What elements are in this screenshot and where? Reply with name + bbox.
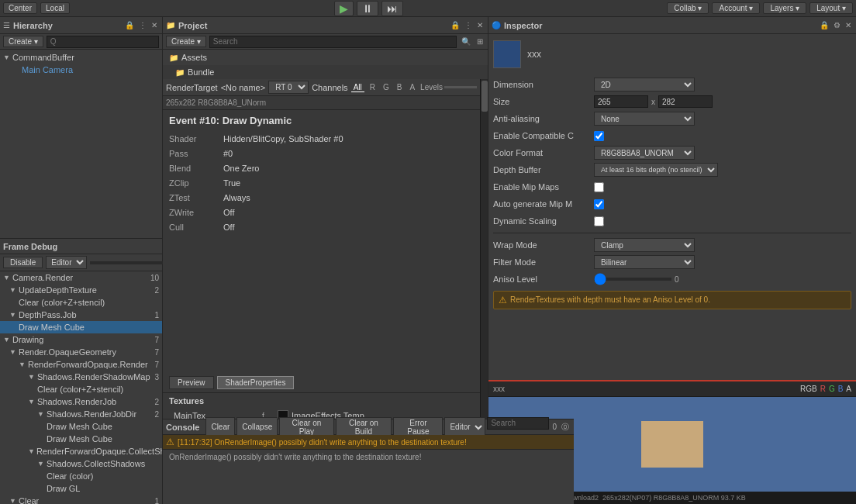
tree-item-opaque-geo[interactable]: ▼ Render.OpaqueGeometry 7: [0, 346, 162, 358]
dimension-select[interactable]: 2D: [594, 78, 695, 91]
console-error-pause-button[interactable]: Error Pause: [393, 417, 443, 437]
layout-button[interactable]: Layout ▾: [809, 2, 853, 14]
console-message-row[interactable]: ⚠ [11:17:32] OnRenderImage() possibly di…: [163, 435, 574, 450]
local-button[interactable]: Local: [40, 2, 70, 14]
console-count: 0: [552, 423, 557, 431]
project-close-button[interactable]: ✕: [475, 21, 485, 29]
left-panel: ☰ Hierarchy 🔒 ⋮ ✕ Create ▾ ▼ CommandBuff…: [0, 17, 163, 504]
rt-select[interactable]: RT 0: [268, 81, 309, 94]
tree-item-depthpass[interactable]: ▼ DepthPass.Job 1: [0, 309, 162, 321]
tree-item-maincamera[interactable]: Main Camera: [0, 64, 162, 76]
editor-select[interactable]: Editor: [46, 256, 87, 269]
channels-label: Channels: [312, 83, 347, 92]
tree-item-drawcube3[interactable]: Draw Mesh Cube: [0, 433, 162, 445]
tree-item-drawmeshcube1[interactable]: Draw Mesh Cube: [0, 321, 162, 333]
play-button[interactable]: ▶: [334, 1, 354, 16]
ch-g-button[interactable]: G: [381, 83, 392, 91]
anti-aliasing-select[interactable]: None: [594, 112, 695, 126]
wrap-mode-select[interactable]: Clamp: [594, 238, 695, 252]
tree-item-collect-shadows2[interactable]: ▼ Shadows.CollectShadows: [0, 457, 162, 470]
disable-button[interactable]: Disable: [3, 257, 43, 268]
enable-compat-checkbox[interactable]: [594, 131, 604, 141]
ch-all-button[interactable]: All: [351, 83, 364, 92]
filter-mode-select[interactable]: Bilinear: [594, 255, 695, 269]
ch-b-button[interactable]: B: [395, 83, 405, 91]
tree-label: RenderForwardOpaque.Render: [28, 360, 148, 369]
ch-a-button[interactable]: A: [407, 83, 417, 91]
inspector-close-button[interactable]: ✕: [844, 21, 853, 29]
console-collapse-button[interactable]: Collapse: [236, 417, 278, 437]
preview-tab[interactable]: Preview: [169, 376, 214, 389]
color-format-label: Color Format: [493, 148, 594, 157]
hierarchy-menu-button[interactable]: ⋮: [137, 21, 148, 29]
inspector-lock-button[interactable]: 🔒: [818, 21, 830, 29]
project-lock-button[interactable]: 🔒: [449, 21, 461, 29]
console-message-text: [11:17:32] OnRenderImage() possibly didn…: [178, 438, 467, 447]
enable-compat-label: Enable Compatible C: [493, 131, 594, 140]
tree-item-clear3[interactable]: ▼ Clear 1: [0, 495, 162, 504]
tree-item-drawcube2[interactable]: Draw Mesh Cube: [0, 420, 162, 433]
tree-item-shadows-map[interactable]: ▼ Shadows.RenderShadowMap 3: [0, 371, 162, 383]
console-editor-select[interactable]: Editor: [444, 417, 485, 437]
inspector-title: Inspector: [504, 21, 543, 30]
hierarchy-create-button[interactable]: Create ▾: [3, 36, 43, 47]
enable-mip-checkbox[interactable]: [594, 182, 604, 192]
hierarchy-close-button[interactable]: ✕: [150, 21, 159, 29]
console-icon-button[interactable]: ⓪: [560, 422, 571, 433]
tree-item-clear-color[interactable]: Clear (color): [0, 470, 162, 482]
dynamic-scaling-label: Dynamic Scaling: [493, 216, 594, 226]
tree-item-commandbuffer[interactable]: ▼ CommandBuffer: [0, 51, 162, 64]
center-button[interactable]: Center: [3, 2, 37, 14]
shader-value: Hidden/BlitCopy, SubShader #0: [223, 134, 343, 143]
step-button[interactable]: ⏭: [381, 1, 403, 16]
size-row: x: [594, 95, 713, 108]
dynamic-scaling-checkbox[interactable]: [594, 216, 604, 226]
size-width-input[interactable]: [594, 95, 648, 108]
size-height-input[interactable]: [658, 95, 713, 108]
tree-label: DepthPass.Job: [19, 310, 77, 319]
project-view-button[interactable]: ⊞: [475, 37, 485, 46]
tree-item-draw-gl[interactable]: Draw GL: [0, 482, 162, 495]
rgb-label: RGB: [800, 385, 817, 393]
zclip-value: True: [223, 178, 240, 188]
tree-item-shadows-job[interactable]: ▼ Shadows.RenderJob 2: [0, 395, 162, 408]
console-clear-button[interactable]: Clear: [205, 417, 235, 437]
auto-mip-checkbox[interactable]: [594, 199, 604, 209]
shader-props-tab[interactable]: ShaderProperties: [217, 376, 295, 389]
console-search-input[interactable]: [487, 417, 549, 430]
project-menu-button[interactable]: ⋮: [463, 21, 474, 29]
tree-item-clear1[interactable]: Clear (color+Z+stencil): [0, 296, 162, 309]
textures-title: Textures: [169, 396, 474, 406]
hierarchy-search-input[interactable]: [47, 36, 159, 48]
shader-label: Shader: [169, 134, 223, 143]
console-clear-build-button[interactable]: Clear on Build: [336, 417, 392, 437]
auto-mip-label: Auto generate Mip M: [493, 199, 594, 209]
tree-item-clear2[interactable]: Clear (color+Z+stencil): [0, 383, 162, 395]
hierarchy-lock-button[interactable]: 🔒: [123, 21, 136, 29]
pause-button[interactable]: ⏸: [357, 1, 378, 16]
ztest-label: ZTest: [169, 193, 223, 202]
tree-item-shadows-jobdir[interactable]: ▼ Shadows.RenderJobDir 2: [0, 408, 162, 420]
inspector-menu-button[interactable]: ⚙: [832, 21, 842, 29]
console-clear-play-button[interactable]: Clear on Play: [279, 417, 333, 437]
project-create-button[interactable]: Create ▾: [166, 36, 206, 47]
layers-button[interactable]: Layers ▾: [763, 2, 806, 14]
tree-item-updatedepth[interactable]: ▼ UpdateDepthTexture 2: [0, 284, 162, 296]
frame-tree: ▼ Camera.Render 10 ▼ UpdateDepthTexture …: [0, 271, 162, 504]
aniso-slider[interactable]: [594, 278, 671, 281]
assets-header: 📁 Assets: [163, 50, 488, 65]
tree-item-drawing[interactable]: ▼ Drawing 7: [0, 333, 162, 346]
tree-item-collect-shadow[interactable]: ▼ RenderForwardOpaque.CollectShado 2: [0, 445, 162, 457]
depth-buffer-select[interactable]: At least 16 bits depth (no stencil): [594, 163, 718, 177]
ch-r-button[interactable]: R: [368, 83, 378, 91]
color-format-select[interactable]: R8G8B8A8_UNORM: [594, 146, 695, 160]
collab-button[interactable]: Collab ▾: [667, 2, 709, 14]
account-button[interactable]: Account ▾: [712, 2, 760, 14]
filter-mode-prop: Filter Mode Bilinear: [493, 255, 851, 269]
project-search-input[interactable]: [209, 36, 457, 48]
aniso-prop: Aniso Level 0: [493, 272, 851, 286]
project-search-icon[interactable]: 🔍: [460, 37, 472, 46]
tree-item-renderforward[interactable]: ▼ RenderForwardOpaque.Render 7: [0, 358, 162, 371]
tree-item-camera-render[interactable]: ▼ Camera.Render 10: [0, 271, 162, 284]
bundle-folder[interactable]: 📁 Bundle: [163, 65, 488, 79]
